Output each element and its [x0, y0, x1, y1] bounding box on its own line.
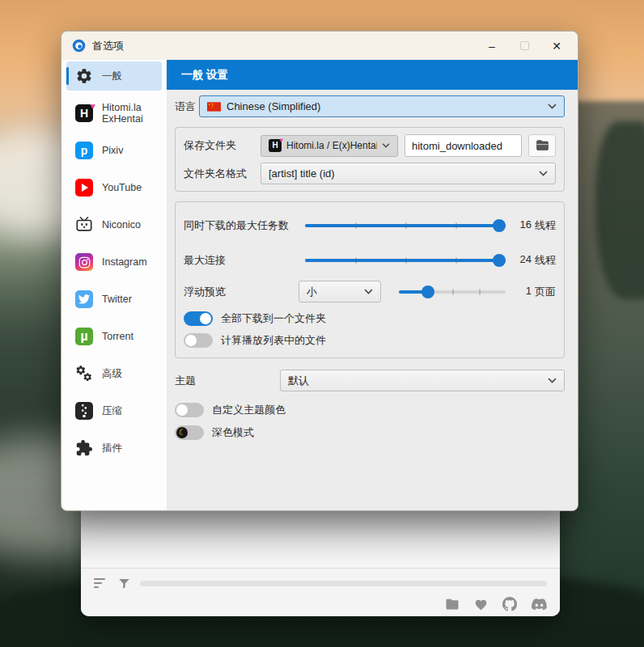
sidebar: 一般 H ♥ Hitomi.la ExHentai p Pixiv YouTub… — [61, 60, 167, 511]
sidebar-item-label: 插件 — [102, 442, 122, 454]
page-title: 一般 设置 — [167, 60, 578, 90]
maximize-button[interactable] — [508, 36, 540, 57]
slider-handle[interactable] — [493, 254, 506, 267]
sidebar-item-label: Instagram — [102, 256, 147, 268]
titlebar: 首选项 – ✕ — [61, 32, 578, 60]
youtube-icon — [75, 179, 93, 197]
sidebar-item-torrent[interactable]: µ Torrent — [66, 318, 162, 355]
single-folder-toggle[interactable] — [184, 311, 213, 326]
slider-handle[interactable] — [422, 285, 434, 298]
folder-format-label: 文件夹名格式 — [184, 167, 261, 181]
gears-icon — [75, 365, 93, 383]
heart-accent-icon: ♥ — [279, 137, 283, 144]
max-connections-value: 24 — [520, 253, 532, 268]
chevron-down-icon — [548, 104, 557, 109]
theme-select[interactable]: 默认 — [280, 370, 565, 391]
sort-icon[interactable] — [94, 577, 108, 589]
folder-icon[interactable] — [445, 598, 460, 611]
niconico-icon — [75, 216, 93, 234]
save-path-input[interactable] — [405, 134, 522, 157]
preview-size-value: 小 — [307, 285, 359, 299]
settings-panel: 一般 设置 语言 Chinese (Simplified) — [167, 60, 578, 511]
theme-value: 默认 — [288, 374, 543, 388]
max-connections-label: 最大连接 — [184, 253, 305, 268]
download-options-group: 同时下载的最大任务数 16 线程 — [175, 201, 565, 358]
sidebar-item-pixiv[interactable]: p Pixiv — [66, 132, 162, 169]
sidebar-item-advanced[interactable]: 高级 — [66, 355, 162, 392]
preview-label: 浮动预览 — [184, 285, 299, 299]
hitomi-icon: H ♥ — [269, 139, 282, 152]
browse-folder-button[interactable] — [528, 134, 556, 157]
puzzle-icon — [75, 439, 93, 457]
sidebar-item-twitter[interactable]: Twitter — [66, 281, 162, 318]
preview-pages-value: 1 — [526, 285, 532, 299]
sidebar-item-instagram[interactable]: Instagram — [66, 243, 162, 281]
save-folder-label: 保存文件夹 — [184, 138, 261, 153]
filter-bar[interactable] — [140, 581, 547, 586]
language-label: 语言 — [175, 99, 199, 114]
china-flag-icon — [207, 102, 221, 112]
sidebar-item-label: Twitter — [102, 294, 132, 305]
custom-theme-color-label: 自定义主题颜色 — [212, 403, 286, 417]
sidebar-item-label: 高级 — [102, 368, 122, 379]
max-tasks-value: 16 — [520, 218, 532, 233]
sidebar-item-label: 一般 — [102, 70, 122, 82]
heart-accent-icon: ♥ — [90, 101, 95, 111]
count-playlist-label: 计算播放列表中的文件 — [221, 333, 326, 348]
folder-format-value: [artist] title (id) — [269, 167, 534, 180]
site-select[interactable]: H ♥ Hitomi.la / E(x)Hentai — [261, 135, 398, 157]
background-cliff-right-detail — [595, 121, 644, 299]
main-app-bottom-bar — [81, 568, 560, 616]
heart-icon[interactable] — [474, 598, 488, 611]
sidebar-item-label: Torrent — [102, 331, 133, 342]
gear-icon — [75, 67, 93, 85]
slider-handle[interactable] — [493, 219, 506, 232]
preview-pages-unit: 页面 — [535, 285, 556, 299]
preview-size-select[interactable]: 小 — [299, 281, 381, 302]
chevron-down-icon — [382, 143, 390, 148]
preferences-window: 首选项 – ✕ 一般 H ♥ Hitomi.la ExHentai — [61, 31, 578, 511]
language-value: Chinese (Simplified) — [227, 100, 543, 112]
sidebar-item-plugins[interactable]: 插件 — [66, 429, 162, 467]
max-tasks-unit: 线程 — [535, 218, 556, 233]
instagram-icon — [75, 253, 93, 271]
custom-theme-color-toggle[interactable] — [175, 403, 204, 417]
torrent-icon: µ — [75, 328, 93, 345]
hitomi-icon: H ♥ — [75, 104, 93, 122]
chevron-down-icon — [539, 171, 548, 176]
chevron-down-icon — [548, 378, 557, 383]
sidebar-item-compress[interactable]: 压缩 — [66, 392, 162, 429]
folder-format-select[interactable]: [artist] title (id) — [261, 163, 556, 184]
save-location-group: 保存文件夹 H ♥ Hitomi.la / E(x)Hentai — [175, 127, 565, 192]
twitter-icon — [75, 290, 93, 308]
sidebar-item-niconico[interactable]: Niconico — [66, 206, 162, 243]
sidebar-item-label: YouTube — [102, 182, 142, 193]
sidebar-item-general[interactable]: 一般 — [66, 61, 162, 91]
sidebar-item-youtube[interactable]: YouTube — [66, 169, 162, 206]
minimize-button[interactable]: – — [476, 36, 508, 57]
dark-mode-label: 深色模式 — [212, 425, 254, 440]
github-icon[interactable] — [502, 597, 517, 611]
max-connections-slider[interactable] — [305, 253, 506, 268]
filter-icon[interactable] — [118, 577, 130, 590]
language-select[interactable]: Chinese (Simplified) — [199, 95, 565, 117]
max-tasks-slider[interactable] — [305, 218, 506, 233]
sidebar-item-label: Pixiv — [102, 145, 123, 156]
theme-label: 主题 — [175, 374, 280, 388]
dark-mode-toggle[interactable]: ☾ — [175, 425, 204, 440]
count-playlist-toggle[interactable] — [184, 333, 213, 348]
zip-icon — [75, 402, 93, 420]
sidebar-item-hitomi[interactable]: H ♥ Hitomi.la ExHentai — [66, 95, 162, 132]
close-button[interactable]: ✕ — [540, 36, 573, 57]
sidebar-item-label: Niconico — [102, 219, 141, 230]
max-connections-unit: 线程 — [535, 253, 556, 268]
max-tasks-label: 同时下载的最大任务数 — [184, 218, 305, 233]
background-cliff-left — [0, 243, 65, 647]
single-folder-label: 全部下载到一个文件夹 — [221, 311, 326, 326]
preview-pages-slider[interactable] — [399, 285, 506, 299]
sidebar-item-label: 压缩 — [102, 405, 122, 417]
moon-icon: ☾ — [176, 427, 188, 438]
sidebar-item-label: Hitomi.la ExHentai — [102, 102, 157, 125]
discord-icon[interactable] — [532, 598, 547, 611]
window-title: 首选项 — [92, 39, 476, 53]
